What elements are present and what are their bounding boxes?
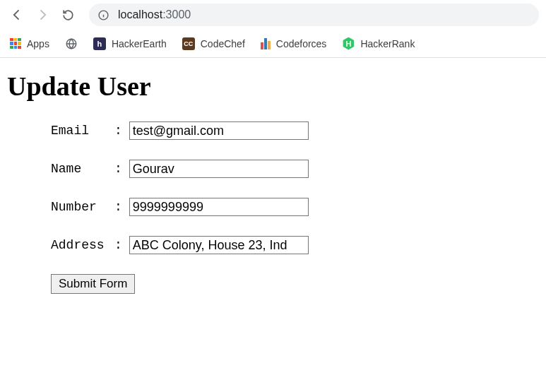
bookmark-codeforces[interactable]: Codeforces <box>261 38 327 49</box>
bookmark-label: CodeChef <box>201 38 245 49</box>
number-field[interactable] <box>129 198 309 216</box>
submit-button[interactable]: Submit Form <box>51 274 135 294</box>
bookmark-label: Codeforces <box>276 38 327 49</box>
form-row-address: Address : <box>51 236 539 254</box>
address-label: Address <box>51 238 114 252</box>
number-label: Number <box>51 200 114 214</box>
apps-grid-icon <box>10 38 21 49</box>
name-label: Name <box>51 162 114 176</box>
bookmark-hackerrank[interactable]: H HackerRank <box>342 37 415 50</box>
apps-button[interactable]: Apps <box>10 38 49 49</box>
colon: : <box>114 238 122 252</box>
url-text: localhost:3000 <box>118 8 191 21</box>
form-row-name: Name : <box>51 160 539 178</box>
address-bar[interactable]: localhost:3000 <box>89 4 539 26</box>
page-title: Update User <box>7 71 539 102</box>
form-row-email: Email : <box>51 121 539 140</box>
email-label: Email <box>51 124 114 138</box>
codechef-icon: CC <box>182 37 195 50</box>
back-button[interactable] <box>7 5 27 25</box>
bookmark-globe[interactable] <box>65 37 78 50</box>
globe-icon <box>65 37 78 50</box>
address-field[interactable] <box>129 236 309 254</box>
form-row-number: Number : <box>51 198 539 216</box>
codeforces-icon <box>261 38 271 49</box>
email-field[interactable] <box>129 121 309 140</box>
update-user-form: Email : Name : Number : Address : <box>7 121 539 254</box>
name-field[interactable] <box>129 160 309 178</box>
bookmark-codechef[interactable]: CC CodeChef <box>182 37 245 50</box>
colon: : <box>114 124 122 138</box>
site-info-icon[interactable] <box>97 9 109 21</box>
hackerrank-icon: H <box>342 37 355 50</box>
forward-button[interactable] <box>32 5 52 25</box>
colon: : <box>114 162 122 176</box>
browser-toolbar: localhost:3000 <box>0 0 546 30</box>
apps-label: Apps <box>27 38 49 49</box>
bookmarks-bar: Apps h HackerEarth CC CodeChef Codeforce… <box>0 30 546 58</box>
reload-button[interactable] <box>58 5 78 25</box>
colon: : <box>114 200 122 214</box>
page-content: Update User Email : Name : Number : Addr… <box>0 58 546 307</box>
hackerearth-icon: h <box>93 37 106 50</box>
bookmark-label: HackerEarth <box>112 38 167 49</box>
bookmark-hackerearth[interactable]: h HackerEarth <box>93 37 167 50</box>
bookmark-label: HackerRank <box>360 38 415 49</box>
